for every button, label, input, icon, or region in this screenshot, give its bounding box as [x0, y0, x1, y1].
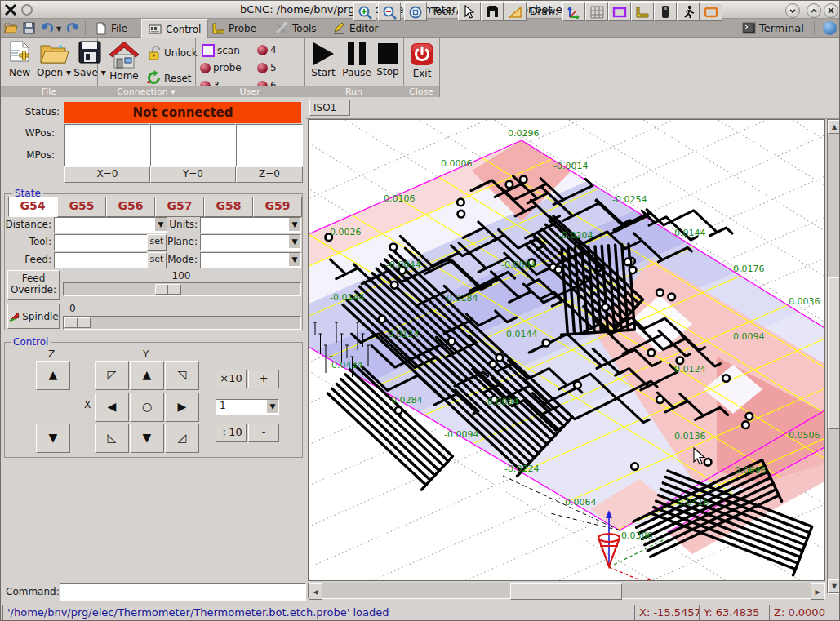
zero-x-button[interactable]: X=0 [64, 166, 150, 183]
spindle-slider[interactable] [63, 316, 301, 330]
step-combobox[interactable]: 1▼ [216, 399, 279, 415]
close-button[interactable] [824, 3, 838, 18]
chevron-down-icon[interactable]: ▼ [155, 218, 167, 231]
jog-up-left-button[interactable]: ◸ [95, 361, 129, 390]
distance-combobox[interactable]: ▼ [54, 217, 167, 233]
jog-down-button[interactable]: ▼ [130, 424, 164, 453]
pointer-tool-button[interactable] [458, 2, 481, 21]
zoom-out-button[interactable] [378, 2, 401, 21]
user-button-probe[interactable]: probe [200, 62, 242, 73]
canvas-hscrollbar[interactable]: ◀ ▶ [308, 583, 825, 599]
jog-right-button[interactable]: ▶ [165, 393, 199, 422]
open-button[interactable]: Open ▾ [35, 41, 73, 78]
gcode-canvas[interactable]: 0.02960.0006-0.00140.0106-0.02540.0026-0… [308, 119, 825, 581]
draw-grid-button[interactable] [585, 2, 608, 21]
jog-center-button[interactable]: ○ [130, 393, 164, 422]
mode-combobox[interactable]: ▼ [200, 252, 301, 268]
user-button-scan[interactable]: scan [202, 44, 240, 57]
ruler-tool-button[interactable] [504, 2, 527, 21]
zoom-in-button[interactable] [353, 2, 376, 21]
vscroll-thumb[interactable] [828, 277, 840, 429]
canvas-vscrollbar[interactable]: ▲ ▼ [827, 119, 840, 594]
feed-override-slider[interactable] [63, 282, 301, 296]
units-combobox[interactable]: ▼ [200, 217, 301, 233]
draw-camera-button[interactable] [700, 2, 722, 21]
zoom-fit-button[interactable] [404, 2, 427, 21]
jog-left-button[interactable]: ◀ [95, 393, 129, 422]
wcs-g54-button[interactable]: G54 [8, 197, 57, 217]
jog-up-button[interactable]: ▲ [130, 361, 164, 390]
feed-override-button[interactable]: FeedOverride: [7, 270, 60, 300]
wcs-g59-button[interactable]: G59 [253, 197, 302, 217]
command-input[interactable] [60, 583, 306, 601]
user4-sphere-icon [257, 45, 268, 55]
draw-probe-button[interactable] [631, 2, 654, 21]
draw-axes-button[interactable] [562, 2, 585, 21]
step-mul10-button[interactable]: ×10 [216, 370, 247, 388]
spindle-button[interactable]: Spindle [7, 304, 60, 329]
chevron-down-icon[interactable]: ▼ [267, 400, 278, 413]
minimize-button[interactable] [785, 3, 800, 18]
feed-label: Feed: [4, 254, 51, 265]
step-plus-button[interactable]: + [248, 370, 279, 388]
jog-up-right-button[interactable]: ◹ [165, 361, 199, 390]
jog-down-left-button[interactable]: ◺ [95, 424, 129, 453]
wcs-g55-button[interactable]: G55 [57, 197, 106, 217]
new-button[interactable]: New [4, 41, 35, 78]
maximize-button[interactable] [807, 3, 821, 18]
save-quick-icon[interactable] [22, 21, 37, 35]
tab-probe[interactable]: Probe [205, 19, 263, 38]
tab-control[interactable]: Control [141, 19, 208, 39]
jog-z-up-button[interactable]: ▲ [36, 361, 70, 390]
draw-moves-button[interactable] [677, 2, 700, 21]
tools-tab-icon [275, 22, 288, 34]
info-icon[interactable] [823, 21, 837, 35]
tab-editor[interactable]: Editor [326, 19, 385, 38]
chevron-down-icon[interactable]: ▼ [289, 235, 300, 248]
tab-tools[interactable]: Tools [269, 19, 323, 38]
user-button-5[interactable]: 5 [257, 62, 277, 73]
terminal-toggle[interactable]: Terminal [759, 22, 804, 34]
tab-file[interactable]: File [89, 19, 134, 38]
view-select[interactable]: ISO1 [309, 100, 350, 116]
zero-z-button[interactable]: Z=0 [236, 166, 303, 183]
wcs-g57-button[interactable]: G57 [155, 197, 204, 217]
open-quick-icon[interactable] [4, 21, 19, 35]
slider-handle[interactable] [64, 317, 91, 328]
stop-button[interactable]: Stop [375, 42, 401, 78]
home-button[interactable]: Home [105, 41, 143, 82]
reset-button[interactable]: Reset [146, 70, 192, 86]
scroll-left-icon[interactable]: ◀ [309, 583, 322, 600]
hscroll-thumb[interactable] [510, 583, 622, 600]
draw-margin-button[interactable] [608, 2, 631, 21]
wcs-g56-button[interactable]: G56 [106, 197, 155, 217]
zero-y-button[interactable]: Y=0 [150, 166, 236, 183]
group-label-connection[interactable]: Connection ▾ [97, 86, 195, 97]
draw-mode-label: Draw: [530, 6, 558, 17]
start-button[interactable]: Start [309, 42, 337, 78]
chevron-down-icon[interactable]: ▼ [289, 253, 300, 266]
step-minus-button[interactable]: - [248, 424, 279, 442]
scroll-right-icon[interactable]: ▶ [811, 583, 824, 600]
save-button[interactable]: Save ▾ [73, 41, 107, 78]
draw-workarea-button[interactable] [654, 2, 677, 21]
scroll-up-icon[interactable]: ▲ [828, 120, 840, 134]
redo-icon[interactable] [66, 21, 81, 35]
user-button-4[interactable]: 4 [257, 44, 277, 55]
undo-dropdown-icon[interactable]: ▼ [56, 25, 61, 33]
pause-button[interactable]: Pause [340, 42, 373, 78]
feed-input[interactable] [54, 252, 150, 268]
plane-combobox[interactable]: ▼ [200, 234, 301, 251]
jog-z-down-button[interactable]: ▼ [36, 424, 70, 453]
wcs-g58-button[interactable]: G58 [204, 197, 253, 217]
scroll-down-icon[interactable]: ▼ [828, 579, 840, 593]
chevron-down-icon[interactable]: ▼ [289, 218, 300, 231]
exit-button[interactable]: Exit [407, 42, 437, 79]
tool-input[interactable] [54, 234, 150, 251]
slider-handle[interactable] [155, 284, 181, 295]
jog-down-right-button[interactable]: ◿ [165, 424, 199, 453]
gantry-tool-button[interactable] [481, 2, 504, 21]
unlock-button[interactable]: Unlock [148, 46, 198, 60]
step-div10-button[interactable]: ÷10 [216, 424, 247, 442]
undo-icon[interactable] [40, 21, 55, 35]
